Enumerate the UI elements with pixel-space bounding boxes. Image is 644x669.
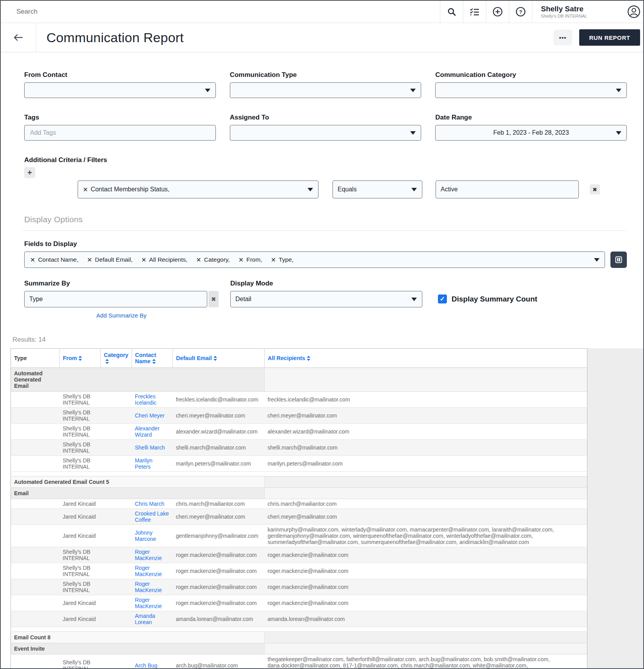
criteria-operator-select[interactable]: Equals — [333, 180, 422, 198]
contact-link[interactable]: Roger MacKenzie — [135, 549, 162, 561]
assigned-to-select[interactable] — [230, 125, 422, 141]
from-cell: Shelly's DB INTERNAL — [60, 392, 101, 408]
type-cell — [11, 611, 60, 627]
type-cell — [11, 595, 60, 611]
default-email-cell: cheri.meyer@mailinator.com — [173, 408, 265, 424]
ellipsis-icon: ••• — [559, 34, 567, 41]
table-row: Shelly's DB INTERNALRoger MacKenzieroger… — [11, 579, 587, 595]
category-cell — [101, 392, 132, 408]
back-button[interactable] — [1, 23, 36, 52]
chevron-down-icon — [616, 131, 621, 135]
remove-field-icon[interactable]: ✕ — [87, 256, 92, 264]
group-header-row: Email — [11, 488, 587, 499]
display-mode-select[interactable]: Detail — [230, 291, 422, 307]
tasks-button[interactable] — [463, 1, 486, 23]
fields-to-display-label: Fields to Display — [24, 240, 627, 248]
run-report-button[interactable]: RUN REPORT — [579, 29, 640, 46]
contact-link[interactable]: Amanda Lorean — [135, 613, 155, 625]
remove-field-icon[interactable]: ✕ — [30, 256, 35, 264]
field-chip: ✕Contact Name, — [30, 256, 78, 264]
column-header-all-recipients[interactable]: All Recipients — [265, 349, 587, 368]
type-cell — [11, 499, 60, 509]
date-range-select[interactable]: Feb 1, 2023 - Feb 28, 2023 — [435, 125, 627, 141]
contact-link[interactable]: Shelli March — [135, 444, 165, 451]
remove-field-icon[interactable]: ✕ — [271, 256, 276, 264]
add-button[interactable] — [486, 1, 509, 23]
user-org: Shelly's DB INTERNAL — [541, 13, 615, 19]
field-chip-label: All Recipients, — [149, 256, 187, 263]
column-header-contact-name[interactable]: Contact Name — [132, 349, 173, 368]
date-range-value: Feb 1, 2023 - Feb 28, 2023 — [493, 129, 569, 136]
remove-field-icon[interactable]: ✕ — [238, 256, 244, 264]
remove-criteria-button[interactable]: ✖ — [590, 184, 600, 194]
from-cell: Shelly's DB INTERNAL — [60, 547, 101, 563]
add-summarize-link[interactable]: Add Summarize By — [24, 312, 219, 319]
more-options-button[interactable]: ••• — [553, 30, 572, 45]
default-email-cell: gentlemanjohnny@mailinator.com — [173, 525, 265, 547]
checkmark-icon: ✓ — [440, 295, 445, 303]
from-cell: Jared Kincaid — [60, 499, 101, 509]
contact-link[interactable]: Johnny Marcone — [135, 530, 156, 542]
avatar[interactable] — [624, 1, 643, 23]
summarize-by-label: Summarize By — [24, 280, 219, 287]
type-cell — [11, 525, 60, 547]
remove-field-icon[interactable]: ✕ — [196, 256, 201, 264]
display-mode-value: Detail — [235, 296, 251, 303]
criteria-field-select[interactable]: ✕ Contact Membership Status, — [78, 180, 318, 198]
tags-input[interactable] — [29, 129, 211, 137]
table-right-gutter — [587, 348, 643, 669]
group-header-row: Event Invite — [11, 643, 587, 655]
column-header-from[interactable]: From — [60, 349, 101, 368]
add-criteria-button[interactable]: + — [24, 167, 35, 178]
from-cell: Shelly's DB INTERNAL — [60, 579, 101, 595]
contact-link[interactable]: Marilyn Peters — [135, 457, 153, 470]
fields-to-display-select[interactable]: ✕Contact Name,✕Default Email,✕All Recipi… — [24, 252, 605, 268]
display-summary-count-checkbox[interactable]: ✓ — [438, 294, 447, 303]
default-email-cell: alexander.wizard@mailinator.com — [173, 424, 265, 440]
from-contact-select[interactable] — [24, 82, 216, 98]
report-filter-form: From Contact Communication Type Communic… — [1, 52, 643, 329]
search-button[interactable] — [440, 1, 463, 23]
results-table: TypeFromCategoryContact NameDefault Emai… — [11, 348, 587, 669]
communication-type-select[interactable] — [230, 82, 422, 98]
from-cell: Jared Kincaid — [60, 525, 101, 547]
search-icon — [447, 7, 456, 16]
all-recipients-cell: roger.mackenzie@mailinator.com — [265, 547, 587, 563]
remove-field-icon[interactable]: ✕ — [141, 256, 146, 264]
clear-summarize-button[interactable]: ✖ — [208, 291, 219, 307]
chevron-down-icon — [594, 258, 600, 262]
column-settings-button[interactable] — [610, 252, 627, 268]
columns-icon — [615, 256, 623, 264]
column-header-category[interactable]: Category — [101, 349, 132, 368]
contact-link[interactable]: Alexander Wizard — [135, 425, 160, 438]
contact-link[interactable]: Freckles Icelandic — [135, 393, 157, 406]
category-cell — [101, 456, 132, 472]
contact-link[interactable]: Roger MacKenzie — [135, 581, 162, 593]
table-row: Shelly's DB INTERNALRoger MacKenzieroger… — [11, 547, 587, 563]
category-cell — [101, 655, 132, 669]
search-input[interactable] — [1, 1, 251, 23]
help-button[interactable]: ? — [509, 1, 532, 23]
criteria-value-field[interactable]: Active — [436, 180, 579, 198]
column-header-default-email[interactable]: Default Email — [173, 349, 265, 368]
results-section: Results: 14 TypeFromCategoryContact Name… — [1, 329, 643, 669]
contact-link[interactable]: Roger MacKenzie — [135, 565, 162, 577]
contact-link[interactable]: Cheri Meyer — [135, 412, 165, 419]
field-chip: ✕Default Email, — [87, 256, 133, 264]
group-label: Event Invite — [11, 643, 60, 655]
back-arrow-icon — [13, 33, 23, 42]
type-cell — [11, 408, 60, 424]
communication-category-select[interactable] — [435, 82, 627, 98]
communication-category-label: Communication Category — [435, 71, 627, 79]
contact-link[interactable]: Crooked Lake Coffee — [135, 510, 169, 523]
summarize-by-field[interactable]: Type — [24, 291, 207, 307]
avatar-icon — [624, 2, 643, 22]
contact-link[interactable]: Arch Bug — [135, 662, 158, 669]
user-menu[interactable]: Shelly Satre Shelly's DB INTERNAL — [532, 1, 624, 23]
contact-link[interactable]: Chris March — [135, 501, 164, 507]
table-row: Shelly's DB INTERNALShelli Marchshelli.m… — [11, 440, 587, 456]
remove-criteria-field-icon[interactable]: ✕ — [83, 186, 88, 193]
contact-link[interactable]: Roger MacKenzie — [135, 597, 162, 609]
category-cell — [101, 525, 132, 547]
all-recipients-cell: karinmurphy@mailinator.com, winterlady@m… — [265, 525, 587, 547]
